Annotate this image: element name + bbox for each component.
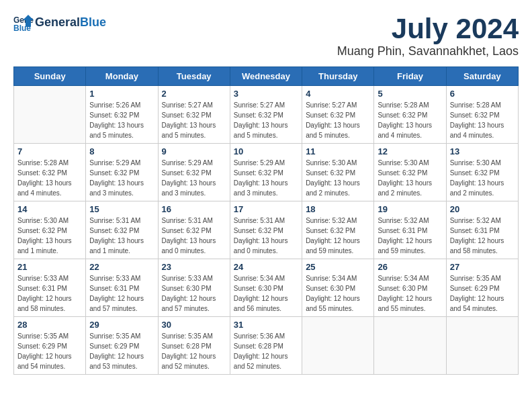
day-info: Sunrise: 5:32 AMSunset: 6:31 PMDaylight:… (378, 216, 442, 256)
day-cell: 7Sunrise: 5:28 AMSunset: 6:32 PMDaylight… (14, 144, 86, 201)
day-info: Sunrise: 5:27 AMSunset: 6:32 PMDaylight:… (306, 100, 370, 140)
column-header-thursday: Thursday (302, 67, 374, 86)
day-number: 1 (89, 89, 154, 99)
day-cell: 30Sunrise: 5:35 AMSunset: 6:28 PMDayligh… (158, 317, 230, 375)
day-info: Sunrise: 5:35 AMSunset: 6:29 PMDaylight:… (89, 331, 154, 371)
day-info: Sunrise: 5:35 AMSunset: 6:28 PMDaylight:… (162, 331, 226, 371)
day-info: Sunrise: 5:32 AMSunset: 6:31 PMDaylight:… (450, 216, 515, 256)
day-cell (14, 86, 86, 144)
column-header-sunday: Sunday (14, 67, 86, 86)
column-header-tuesday: Tuesday (158, 67, 230, 86)
day-cell: 10Sunrise: 5:29 AMSunset: 6:32 PMDayligh… (230, 144, 302, 201)
day-number: 29 (89, 320, 154, 330)
day-cell: 25Sunrise: 5:34 AMSunset: 6:30 PMDayligh… (302, 259, 374, 317)
day-cell: 3Sunrise: 5:27 AMSunset: 6:32 PMDaylight… (230, 86, 302, 144)
day-cell: 4Sunrise: 5:27 AMSunset: 6:32 PMDaylight… (302, 86, 374, 144)
day-info: Sunrise: 5:36 AMSunset: 6:28 PMDaylight:… (234, 331, 298, 371)
day-number: 31 (234, 320, 298, 330)
column-header-friday: Friday (374, 67, 446, 86)
day-number: 2 (162, 89, 226, 99)
day-cell: 28Sunrise: 5:35 AMSunset: 6:29 PMDayligh… (14, 317, 86, 375)
day-number: 23 (162, 262, 226, 272)
day-number: 8 (89, 146, 154, 156)
day-cell: 21Sunrise: 5:33 AMSunset: 6:31 PMDayligh… (14, 259, 86, 317)
day-number: 20 (450, 204, 515, 214)
week-row-1: 1Sunrise: 5:26 AMSunset: 6:32 PMDaylight… (14, 86, 519, 144)
day-cell: 14Sunrise: 5:30 AMSunset: 6:32 PMDayligh… (14, 201, 86, 259)
day-number: 5 (378, 89, 442, 99)
day-info: Sunrise: 5:26 AMSunset: 6:32 PMDaylight:… (89, 100, 154, 140)
day-number: 16 (162, 204, 226, 214)
day-info: Sunrise: 5:30 AMSunset: 6:32 PMDaylight:… (450, 158, 515, 198)
day-cell: 18Sunrise: 5:32 AMSunset: 6:32 PMDayligh… (302, 201, 374, 259)
day-cell: 20Sunrise: 5:32 AMSunset: 6:31 PMDayligh… (446, 201, 518, 259)
day-number: 9 (162, 146, 226, 156)
day-number: 14 (17, 204, 82, 214)
day-cell: 6Sunrise: 5:28 AMSunset: 6:32 PMDaylight… (446, 86, 518, 144)
day-info: Sunrise: 5:28 AMSunset: 6:32 PMDaylight:… (450, 100, 515, 140)
day-number: 22 (89, 262, 154, 272)
day-cell: 31Sunrise: 5:36 AMSunset: 6:28 PMDayligh… (230, 317, 302, 375)
day-cell: 24Sunrise: 5:34 AMSunset: 6:30 PMDayligh… (230, 259, 302, 317)
day-number: 27 (450, 262, 515, 272)
day-info: Sunrise: 5:33 AMSunset: 6:31 PMDaylight:… (17, 273, 82, 314)
day-info: Sunrise: 5:32 AMSunset: 6:32 PMDaylight:… (306, 216, 370, 256)
day-info: Sunrise: 5:27 AMSunset: 6:32 PMDaylight:… (162, 100, 226, 140)
day-info: Sunrise: 5:35 AMSunset: 6:29 PMDaylight:… (450, 273, 515, 314)
day-info: Sunrise: 5:34 AMSunset: 6:30 PMDaylight:… (234, 273, 298, 314)
day-cell: 9Sunrise: 5:29 AMSunset: 6:32 PMDaylight… (158, 144, 230, 201)
day-number: 7 (17, 146, 82, 156)
day-number: 21 (17, 262, 82, 272)
day-number: 13 (450, 146, 515, 156)
day-info: Sunrise: 5:30 AMSunset: 6:32 PMDaylight:… (378, 158, 442, 198)
day-info: Sunrise: 5:30 AMSunset: 6:32 PMDaylight:… (306, 158, 370, 198)
logo-icon: General Blue (13, 13, 34, 32)
day-info: Sunrise: 5:27 AMSunset: 6:32 PMDaylight:… (234, 100, 298, 140)
day-number: 3 (234, 89, 298, 99)
day-info: Sunrise: 5:29 AMSunset: 6:32 PMDaylight:… (162, 158, 226, 198)
logo-text: GeneralBlue (35, 16, 106, 30)
day-info: Sunrise: 5:34 AMSunset: 6:30 PMDaylight:… (378, 273, 442, 314)
day-info: Sunrise: 5:31 AMSunset: 6:32 PMDaylight:… (234, 216, 298, 256)
day-info: Sunrise: 5:30 AMSunset: 6:32 PMDaylight:… (17, 216, 82, 256)
day-info: Sunrise: 5:31 AMSunset: 6:32 PMDaylight:… (162, 216, 226, 256)
day-info: Sunrise: 5:34 AMSunset: 6:30 PMDaylight:… (306, 273, 370, 314)
day-cell: 5Sunrise: 5:28 AMSunset: 6:32 PMDaylight… (374, 86, 446, 144)
day-number: 10 (234, 146, 298, 156)
day-cell: 8Sunrise: 5:29 AMSunset: 6:32 PMDaylight… (86, 144, 158, 201)
day-info: Sunrise: 5:33 AMSunset: 6:31 PMDaylight:… (89, 273, 154, 314)
day-info: Sunrise: 5:35 AMSunset: 6:29 PMDaylight:… (17, 331, 82, 371)
day-number: 15 (89, 204, 154, 214)
day-cell: 19Sunrise: 5:32 AMSunset: 6:31 PMDayligh… (374, 201, 446, 259)
title-section: July 2024 Muang Phin, Savannahkhet, Laos (337, 13, 519, 58)
month-title: July 2024 (337, 13, 519, 44)
day-cell: 23Sunrise: 5:33 AMSunset: 6:30 PMDayligh… (158, 259, 230, 317)
day-info: Sunrise: 5:31 AMSunset: 6:32 PMDaylight:… (89, 216, 154, 256)
week-row-2: 7Sunrise: 5:28 AMSunset: 6:32 PMDaylight… (14, 144, 519, 201)
day-cell: 17Sunrise: 5:31 AMSunset: 6:32 PMDayligh… (230, 201, 302, 259)
day-number: 11 (306, 146, 370, 156)
day-cell: 1Sunrise: 5:26 AMSunset: 6:32 PMDaylight… (86, 86, 158, 144)
day-number: 26 (378, 262, 442, 272)
day-number: 25 (306, 262, 370, 272)
column-header-wednesday: Wednesday (230, 67, 302, 86)
day-number: 12 (378, 146, 442, 156)
day-number: 30 (162, 320, 226, 330)
column-header-saturday: Saturday (446, 67, 518, 86)
day-cell: 16Sunrise: 5:31 AMSunset: 6:32 PMDayligh… (158, 201, 230, 259)
day-cell: 12Sunrise: 5:30 AMSunset: 6:32 PMDayligh… (374, 144, 446, 201)
day-info: Sunrise: 5:29 AMSunset: 6:32 PMDaylight:… (234, 158, 298, 198)
day-info: Sunrise: 5:29 AMSunset: 6:32 PMDaylight:… (89, 158, 154, 198)
day-info: Sunrise: 5:28 AMSunset: 6:32 PMDaylight:… (378, 100, 442, 140)
day-number: 24 (234, 262, 298, 272)
day-number: 19 (378, 204, 442, 214)
day-cell: 26Sunrise: 5:34 AMSunset: 6:30 PMDayligh… (374, 259, 446, 317)
day-info: Sunrise: 5:28 AMSunset: 6:32 PMDaylight:… (17, 158, 82, 198)
calendar-body: 1Sunrise: 5:26 AMSunset: 6:32 PMDaylight… (14, 86, 519, 375)
week-row-5: 28Sunrise: 5:35 AMSunset: 6:29 PMDayligh… (14, 317, 519, 375)
day-number: 4 (306, 89, 370, 99)
day-number: 17 (234, 204, 298, 214)
week-row-4: 21Sunrise: 5:33 AMSunset: 6:31 PMDayligh… (14, 259, 519, 317)
logo: General Blue GeneralBlue (13, 13, 106, 32)
week-row-3: 14Sunrise: 5:30 AMSunset: 6:32 PMDayligh… (14, 201, 519, 259)
